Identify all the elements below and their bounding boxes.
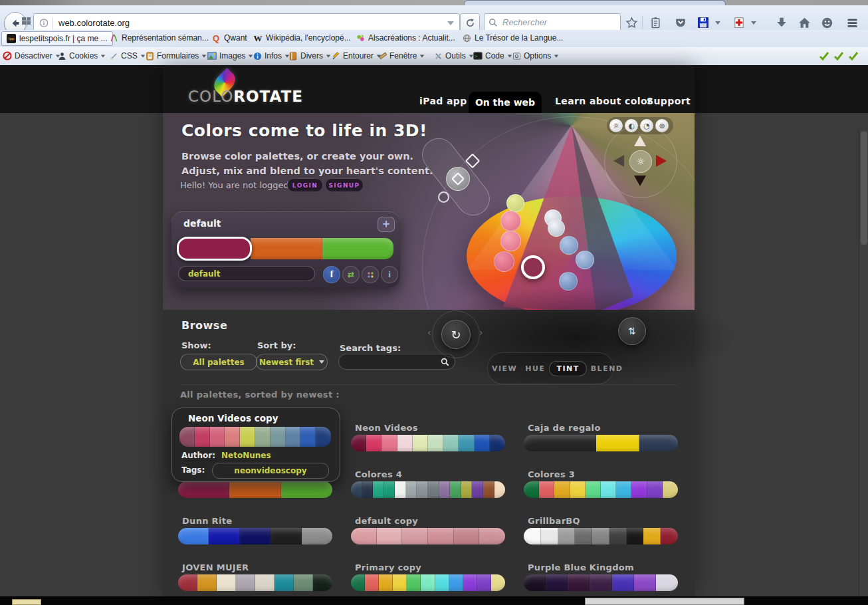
mode-hue[interactable]: HUE [521, 362, 549, 376]
bookmark-lespetitspois[interactable]: lpp lespetitspois.fr | ça me ... [1, 31, 113, 46]
signup-button[interactable]: SIGNUP [325, 178, 364, 192]
color-handle-pink[interactable] [500, 231, 521, 251]
bookmark-qwant[interactable]: Q Qwant [211, 31, 247, 45]
devbar-item-misc[interactable]: Divers [288, 50, 331, 62]
dpad-left-arrow[interactable] [613, 155, 624, 167]
next-chevron[interactable]: › [479, 327, 483, 338]
palette-title[interactable]: Purple Blue Kingdom [528, 562, 634, 572]
login-button[interactable]: LOGIN [287, 178, 323, 192]
palette-title[interactable]: JOVEN MUJER [182, 562, 249, 572]
add-palette-button[interactable]: + [378, 217, 395, 232]
author-value[interactable]: NetoNunes [221, 451, 271, 460]
menu-hamburger-icon[interactable] [844, 15, 860, 31]
palette-strip[interactable] [524, 528, 678, 544]
bookmark-representation[interactable]: Représentation séman... [109, 31, 209, 45]
search-input[interactable] [501, 17, 622, 28]
diamond-tool-button[interactable] [446, 167, 470, 191]
palette-strip[interactable] [351, 574, 505, 591]
search-box[interactable] [484, 13, 621, 31]
dpad-right-arrow[interactable] [656, 155, 667, 167]
devbar-item-tools[interactable]: Outils [433, 50, 474, 62]
color-handle-pink[interactable] [500, 211, 521, 231]
circle-handle-icon[interactable] [438, 191, 449, 203]
palette-title[interactable]: Colores 3 [528, 469, 575, 479]
bookmark-star-icon[interactable] [623, 15, 639, 31]
show-filter-pill[interactable]: All palettes [180, 354, 257, 370]
dpad-center-button[interactable]: ☼ [629, 150, 652, 173]
addon-firstaid-icon[interactable] [731, 15, 747, 31]
color-handle-white[interactable] [548, 219, 565, 237]
devbar-item-disable[interactable]: Désactiver [3, 50, 60, 62]
mode-tint[interactable]: TINT [549, 361, 586, 376]
editor-color-strip[interactable] [178, 238, 393, 259]
swap-colors-icon[interactable]: ⇄ [342, 266, 360, 283]
bookmark-alsacreations[interactable]: Alsacréations : Actualit... [356, 31, 455, 45]
expanded-card-strip[interactable] [179, 427, 331, 447]
devbar-item-code[interactable]: >_ Code [473, 50, 512, 62]
search-tags-input[interactable] [344, 356, 441, 367]
devbar-item-infos[interactable]: Infos [253, 50, 290, 62]
bookmark-tresor[interactable]: Le Trésor de la Langue... [462, 31, 563, 45]
color-handle-pink[interactable] [494, 251, 514, 272]
mode-blend[interactable]: BLEND [587, 362, 627, 376]
downloads-icon[interactable] [774, 15, 790, 31]
bookmark-wikipedia[interactable]: W Wikipédia, l'encyclopé... [253, 31, 351, 45]
palette-title[interactable]: Dunn Rite [182, 516, 232, 526]
nav-support[interactable]: Support [647, 96, 691, 106]
devbar-item-options[interactable]: Options [512, 50, 559, 62]
color-handle-blue[interactable] [576, 251, 594, 269]
save-floppy-icon[interactable] [695, 15, 711, 31]
expanded-palette-card[interactable]: Neon Videos copy Author: NetoNunes Tags:… [171, 408, 340, 482]
save-dropdown-caret[interactable] [714, 15, 722, 31]
page-scrollbar[interactable]: ▼ [859, 130, 868, 605]
color-handle-blue[interactable] [560, 236, 578, 255]
palette-strip[interactable] [351, 481, 505, 498]
info-circle-icon[interactable]: i [381, 266, 398, 283]
dpad-up-arrow[interactable] [634, 136, 646, 146]
sort-dropdown[interactable]: Newest first [256, 354, 328, 370]
devbar-item-css[interactable]: CSS [109, 50, 146, 62]
nav-on-the-web[interactable]: On the web [469, 92, 542, 113]
dpad-down-arrow[interactable] [634, 176, 646, 186]
addon-dropdown-caret[interactable] [750, 15, 758, 31]
palette-strip[interactable] [178, 574, 332, 591]
tag-pill[interactable]: neonvideoscopy [212, 463, 329, 479]
brand-wordmark[interactable]: COLOROTATE [188, 88, 303, 105]
devbar-item-cookies[interactable]: Cookies [57, 50, 106, 62]
facebook-share-icon[interactable]: f [323, 266, 340, 283]
urlbar-dropdown-caret[interactable] [447, 21, 454, 25]
mode-view[interactable]: VIEW [488, 362, 521, 376]
palette-strip-default[interactable] [178, 481, 332, 498]
palette-strip[interactable] [524, 481, 678, 498]
scrollbar-thumb[interactable] [861, 132, 867, 245]
clipboard-icon[interactable] [647, 15, 663, 31]
selected-color-handle[interactable] [521, 255, 545, 279]
palette-strip[interactable] [524, 435, 678, 451]
nav-ipad-app[interactable]: iPad app [419, 96, 467, 106]
refresh-button[interactable]: ↻ [441, 320, 471, 349]
palette-strip[interactable] [178, 528, 332, 544]
devbar-item-outline[interactable]: Entourer [331, 50, 381, 62]
palette-title[interactable]: Neon Videos [355, 423, 418, 433]
palette-title[interactable]: Primary copy [355, 562, 421, 572]
palette-strip[interactable] [351, 435, 505, 451]
tab-groups-icon[interactable] [21, 16, 31, 29]
palette-title[interactable]: Caja de regalo [528, 423, 601, 433]
devbar-item-window[interactable]: Fenêtre [378, 50, 425, 62]
palette-strip[interactable] [524, 574, 678, 591]
color-handle-lime[interactable] [506, 194, 524, 212]
url-input[interactable] [57, 17, 447, 29]
palette-title[interactable]: default copy [355, 516, 418, 526]
search-tags-field[interactable] [338, 354, 455, 370]
palette-title[interactable]: Colores 4 [355, 469, 402, 479]
devbar-item-images[interactable]: Images [207, 50, 253, 62]
feedback-smiley-icon[interactable] [819, 15, 835, 31]
pocket-icon[interactable] [673, 15, 689, 31]
nav-learn-about-color[interactable]: Learn about color [555, 96, 652, 106]
home-icon[interactable] [796, 15, 812, 31]
site-info-icon[interactable] [39, 19, 49, 28]
palette-dots-icon[interactable] [362, 266, 379, 283]
palette-strip[interactable] [351, 528, 505, 544]
palette-name-field[interactable]: default [178, 266, 315, 281]
prev-chevron[interactable]: ‹ [427, 327, 431, 338]
